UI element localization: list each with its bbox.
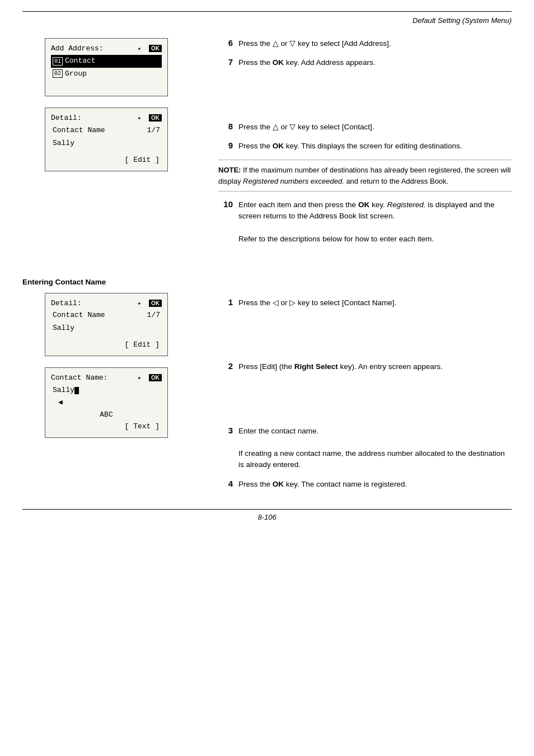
step4-ok: OK	[273, 480, 284, 488]
lcd-detail1-gap	[51, 150, 162, 155]
step-enter-2-num: 2	[218, 361, 233, 372]
note-text2: and return to the Address Book.	[346, 177, 448, 185]
lcd-header-row: Add Address: ✦ OK	[51, 43, 162, 55]
section-heading-label: Entering Contact Name	[22, 278, 106, 286]
step-enter-3: 3 Enter the contact name. If creating a …	[218, 426, 512, 471]
detail1-contact-name: Contact Name	[53, 125, 105, 137]
cursor-arrow: ◀	[57, 396, 162, 409]
lcd-entry-nav-ok: ✦ OK	[138, 372, 162, 384]
contact-num-badge: 01	[53, 57, 63, 66]
nav-icon: ✦	[138, 45, 142, 52]
detail1-edit-label: [ Edit ]	[125, 155, 160, 166]
step-7: 7 Press the OK key. Add Address appears.	[218, 57, 512, 68]
step9-ok: OK	[273, 142, 284, 150]
step-10: 10 Enter each item and then press the OK…	[218, 199, 512, 245]
detail2-edit-label: [ Edit ]	[125, 339, 160, 351]
contact-label: Contact	[65, 55, 96, 67]
step-8-num: 8	[218, 122, 233, 133]
page: Default Setting (System Menu) Add Addres…	[0, 0, 534, 756]
step3-para2: If creating a new contact name, the addr…	[238, 448, 512, 471]
lcd-detail2-edit-row: [ Edit ]	[51, 339, 162, 351]
spacer-before-entering	[218, 253, 512, 297]
step-10-num: 10	[218, 199, 233, 245]
lcd-header-label: Add Address:	[51, 43, 104, 55]
step-enter-1: 1 Press the ◁ or ▷ key to select [Contac…	[218, 297, 512, 309]
step-7-text: Press the OK key. Add Address appears.	[238, 57, 375, 68]
lcd-detail1-contact-name-row: Contact Name 1/7	[51, 124, 162, 137]
page-header: Default Setting (System Menu)	[22, 16, 512, 27]
lcd-nav-ok-area: ✦ OK	[138, 43, 162, 55]
step-10-text: Enter each item and then press the OK ke…	[238, 199, 512, 245]
top-rule	[22, 11, 512, 12]
step-9-num: 9	[218, 141, 233, 152]
lcd-entry-sally-row: Sally	[51, 384, 162, 397]
detail2-contact-name: Contact Name	[53, 310, 105, 321]
detail1-nav-icon: ✦	[138, 115, 142, 122]
step-enter-2: 2 Press [Edit] (the Right Select key). A…	[218, 361, 512, 372]
note-italic: Registered numbers exceeded.	[243, 177, 344, 185]
right-column: 6 Press the △ or ▽ key to select [Add Ad…	[213, 38, 512, 498]
lcd-detail2-label: Detail:	[51, 298, 82, 310]
lcd-entry-header: Contact Name: ✦ OK	[51, 372, 162, 384]
step3-para1: Enter the contact name.	[238, 426, 512, 437]
lcd-detail2-nav-ok: ✦ OK	[138, 298, 162, 310]
lcd-detail1-edit-row: [ Edit ]	[51, 155, 162, 166]
detail1-ok-badge: OK	[149, 114, 162, 122]
lcd-detail2-contact-name-row: Contact Name 1/7	[51, 309, 162, 322]
lcd-detail1-nav-ok: ✦ OK	[138, 113, 162, 124]
entry-ok-badge: OK	[149, 374, 162, 381]
ok-badge: OK	[149, 45, 162, 52]
step7-ok: OK	[273, 58, 284, 67]
step10-ok: OK	[358, 200, 369, 209]
note-box: NOTE: If the maximum number of destinati…	[218, 160, 512, 192]
step-enter-1-text: Press the ◁ or ▷ key to select [Contact …	[238, 297, 396, 309]
spacer-step3	[218, 381, 512, 426]
step-enter-4-text: Press the OK key. The contact name is re…	[238, 479, 407, 490]
text-cursor	[74, 387, 79, 394]
step-6-num: 6	[218, 38, 233, 49]
detail1-sally: Sally	[53, 139, 74, 147]
step10-italic: Registered.	[387, 200, 425, 209]
bottom-rule	[22, 509, 512, 510]
detail2-ok-badge: OK	[149, 300, 162, 307]
lcd-screen-add-address: Add Address: ✦ OK 01 Contact 02 Group	[45, 38, 168, 96]
page-footer: 8-106	[22, 513, 512, 521]
abc-label: ABC	[100, 410, 113, 419]
entry-text-label: [ Text ]	[125, 421, 160, 433]
header-title: Default Setting (System Menu)	[413, 16, 512, 25]
lcd-detail2-gap	[51, 335, 162, 339]
step-9: 9 Press the OK key. This displays the sc…	[218, 141, 512, 152]
entry-nav-icon: ✦	[138, 375, 142, 381]
left-column: Add Address: ✦ OK 01 Contact 02 Group	[22, 38, 213, 498]
section-entering-contact-name: Entering Contact Name	[22, 278, 202, 286]
step-6-text: Press the △ or ▽ key to select [Add Addr…	[238, 38, 391, 49]
detail2-nav-icon: ✦	[138, 300, 142, 307]
step-8-text: Press the △ or ▽ key to select [Contact]…	[238, 122, 374, 133]
lcd-row-group: 02 Group	[51, 68, 162, 81]
lcd-entry-text-row: [ Text ]	[51, 421, 162, 433]
step10-para1: Enter each item and then press the OK ke…	[238, 199, 512, 222]
detail1-page-num: 1/7	[147, 125, 160, 137]
group-label: Group	[65, 68, 87, 80]
lcd-detail2-sally-row: Sally	[51, 322, 162, 335]
entry-sally: Sally	[53, 386, 74, 394]
lcd-empty-rows	[51, 80, 162, 91]
step10-para2: Refer to the descriptions below for how …	[238, 234, 512, 245]
step-enter-3-text: Enter the contact name. If creating a ne…	[238, 426, 512, 471]
spacer-step2	[218, 316, 512, 361]
step-8: 8 Press the △ or ▽ key to select [Contac…	[218, 122, 512, 133]
step-enter-4-num: 4	[218, 479, 233, 490]
lcd-detail2-header: Detail: ✦ OK	[51, 298, 162, 310]
spacer-mid	[218, 77, 512, 122]
lcd-detail1-label: Detail:	[51, 113, 82, 124]
step-enter-1-num: 1	[218, 297, 233, 309]
step-9-text: Press the OK key. This displays the scre…	[238, 141, 462, 152]
lcd-detail1-sally-row: Sally	[51, 137, 162, 150]
lcd-screen-detail-1: Detail: ✦ OK Contact Name 1/7 Sally [ Ed…	[45, 108, 168, 171]
lcd-screen-contact-name-entry: Contact Name: ✦ OK Sally ◀ ABC [ Text ]	[45, 367, 168, 438]
detail2-sally: Sally	[53, 324, 74, 332]
content-area: Add Address: ✦ OK 01 Contact 02 Group	[22, 38, 512, 498]
spacer2	[22, 183, 202, 272]
note-label: NOTE:	[218, 166, 241, 174]
group-num-badge: 02	[53, 69, 63, 78]
